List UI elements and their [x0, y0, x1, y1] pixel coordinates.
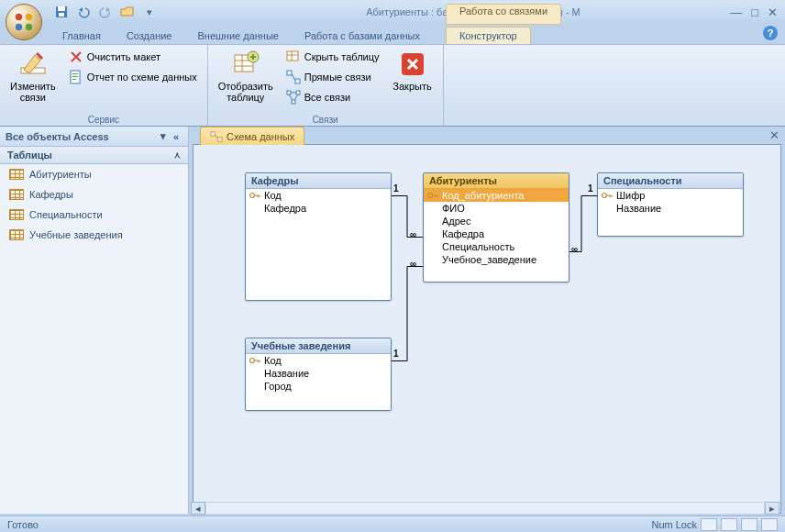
scroll-right-button[interactable]: ▸ [765, 502, 779, 515]
svg-point-24 [428, 194, 433, 198]
table-icon [9, 189, 24, 200]
nav-dropdown-icon[interactable]: ▾ [157, 130, 170, 142]
relationship-report-button[interactable]: Отчет по схеме данных [64, 67, 202, 87]
svg-rect-19 [292, 100, 295, 104]
office-button[interactable] [6, 4, 42, 40]
entity-abit[interactable]: АбитуриентыКод_абитуриентаФИОАдресКафедр… [423, 172, 569, 283]
relationship-cardinality: 1 [393, 183, 399, 194]
entity-field[interactable]: Город [246, 380, 391, 393]
relationship-cardinality: 1 [393, 349, 399, 359]
svg-point-2 [16, 24, 22, 30]
ribbon-group-relationships-label: Связи [214, 114, 437, 126]
svg-rect-14 [287, 51, 298, 61]
entity-field[interactable]: ФИО [424, 202, 569, 215]
scroll-track[interactable] [205, 502, 765, 515]
entity-field[interactable]: Название [598, 202, 743, 215]
svg-point-26 [250, 359, 255, 363]
restore-button[interactable]: □ [751, 6, 758, 19]
show-table-label: Отобразить таблицу [218, 81, 273, 103]
entity-field[interactable]: Учебное_заведение [424, 253, 569, 266]
key-icon [249, 191, 260, 200]
view-mode-1-icon[interactable] [701, 518, 717, 531]
tab-database[interactable]: Работа с базами данных [292, 28, 433, 44]
direct-relationships-button[interactable]: Прямые связи [282, 67, 384, 87]
edit-relationships-label: Изменить связи [10, 81, 56, 103]
view-mode-2-icon[interactable] [721, 518, 737, 531]
svg-rect-5 [58, 6, 65, 11]
entity-field[interactable]: Кафедра [246, 202, 391, 215]
close-button[interactable]: ✕ [768, 6, 778, 19]
entity-spec[interactable]: СпециальностиШифрНазвание [597, 172, 744, 237]
ribbon-group-relationships: Отобразить таблицу Скрыть таблицу Прямые… [208, 45, 444, 126]
relationships-canvas[interactable]: КафедрыКодКафедраАбитуриентыКод_абитурие… [193, 144, 781, 514]
clear-layout-button[interactable]: Очистить макет [64, 47, 202, 67]
edit-relationships-button[interactable]: Изменить связи [6, 47, 61, 114]
entity-header[interactable]: Специальности [598, 173, 743, 189]
nav-title[interactable]: Все объекты Access [6, 131, 109, 142]
tab-design[interactable]: Конструктор [446, 27, 531, 44]
ribbon-group-tools: Изменить связи Очистить макет Отчет по с… [0, 45, 208, 126]
entity-header[interactable]: Учебные заведения [246, 338, 391, 354]
entity-field[interactable]: Специальность [424, 240, 569, 253]
nav-category-collapse-icon[interactable]: ⋏ [174, 150, 181, 160]
ribbon: Изменить связи Очистить макет Отчет по с… [0, 44, 785, 127]
view-mode-4-icon[interactable] [761, 518, 778, 531]
view-mode-3-icon[interactable] [741, 518, 757, 531]
show-table-button[interactable]: Отобразить таблицу [214, 47, 278, 114]
table-icon [9, 229, 24, 240]
entity-field[interactable]: Код [246, 189, 391, 202]
entity-uch[interactable]: Учебные заведенияКодНазваниеГород [245, 338, 392, 411]
save-icon[interactable] [53, 4, 70, 20]
svg-point-23 [250, 194, 255, 198]
entity-field[interactable]: Шифр [598, 189, 743, 202]
key-icon [427, 191, 438, 200]
entity-field[interactable]: Адрес [424, 215, 569, 227]
undo-icon[interactable] [75, 4, 92, 20]
svg-rect-21 [211, 131, 215, 135]
nav-category-tables: Таблицы ⋏ [0, 147, 188, 164]
entity-header[interactable]: Кафедры [246, 173, 391, 189]
entity-field[interactable]: Название [246, 367, 391, 380]
open-icon[interactable] [119, 4, 136, 20]
help-icon[interactable]: ? [763, 26, 778, 40]
entity-header[interactable]: Абитуриенты [424, 173, 569, 189]
quick-access-toolbar: ▾ [53, 4, 158, 20]
context-tab-group: Работа со связями [446, 4, 561, 25]
close-relationships-button[interactable]: Закрыть [388, 47, 437, 114]
tab-home[interactable]: Главная [50, 28, 114, 44]
key-icon [249, 356, 260, 365]
redo-icon[interactable] [97, 4, 114, 20]
nav-collapse-icon[interactable]: « [170, 131, 182, 142]
document-tab-label: Схема данных [227, 131, 294, 142]
svg-rect-22 [218, 137, 222, 140]
tab-external[interactable]: Внешние данные [185, 28, 292, 44]
main-area: Все объекты Access ▾ « Таблицы ⋏ Абитури… [0, 127, 785, 514]
svg-rect-17 [287, 91, 291, 94]
table-icon [9, 169, 24, 180]
relationship-cardinality: ∞ [571, 244, 578, 254]
svg-point-25 [603, 194, 607, 198]
minimize-button[interactable]: — [730, 6, 742, 19]
nav-item[interactable]: Учебные заведения [0, 225, 188, 245]
entity-field[interactable]: Кафедра [424, 227, 569, 240]
status-bar: Готово Num Lock [0, 515, 785, 532]
entity-kaf[interactable]: КафедрыКодКафедра [245, 172, 392, 301]
qat-dropdown-icon[interactable]: ▾ [141, 4, 158, 20]
document-close-icon[interactable]: ✕ [769, 128, 779, 142]
svg-point-3 [26, 24, 32, 30]
hide-table-button[interactable]: Скрыть таблицу [282, 47, 384, 67]
status-numlock: Num Lock [651, 519, 697, 530]
all-relationships-button[interactable]: Все связи [282, 87, 384, 107]
entity-field[interactable]: Код [246, 354, 391, 367]
tab-create[interactable]: Создание [114, 28, 185, 44]
nav-item[interactable]: Кафедры [0, 184, 188, 205]
nav-item[interactable]: Специальности [0, 205, 188, 225]
svg-point-0 [16, 14, 22, 20]
relationship-cardinality: ∞ [410, 259, 416, 269]
table-icon [9, 209, 24, 220]
entity-field[interactable]: Код_абитуриента [424, 189, 569, 202]
relationships-canvas-wrap: Схема данных ✕ КафедрыКодКафедраАбитурие… [189, 127, 785, 514]
document-tab[interactable]: Схема данных [200, 127, 304, 145]
nav-item[interactable]: Абитуриенты [0, 164, 188, 184]
scroll-left-button[interactable]: ◂ [191, 502, 205, 515]
